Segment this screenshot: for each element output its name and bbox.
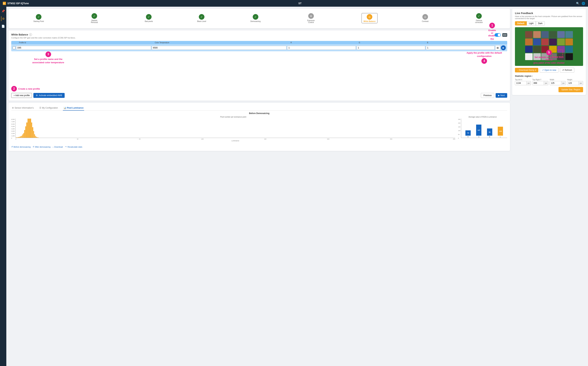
avg-chart-section: Average value of RGB & Luminance 2552001… [458,116,507,144]
stat-height-input[interactable] [567,81,579,85]
step-bad-pixels[interactable]: ✓ Bad pixels [145,14,153,22]
profile-container: 3 Set a profile name and the associated … [11,41,507,51]
avg-bar-r-bar: 70 [465,130,471,136]
live-feedback-title: Live Feedback [515,12,583,15]
avg-bar-b: 96 B [487,129,492,138]
open-in-new-button[interactable]: ↗ Open in new [540,68,558,73]
tab-pixel-luminance[interactable]: 📊 Pixel Luminance [63,106,84,111]
search-icon[interactable]: 🔍 [576,2,580,5]
steps-container: ✓ Starting Point ✓ Statistic Removal ✓ B… [11,12,507,25]
after-demosaicing-btn[interactable]: ↺ After demosaicing [33,145,50,148]
tab-light[interactable]: Light [527,21,536,25]
stat-top-right-y-input[interactable] [533,81,544,85]
app-title-area: S STM32 ISP IQTune [3,2,29,5]
wb-toggle[interactable] [495,33,501,37]
charts-card: ⚙ Sensor information's ☰ My Configuratio… [8,103,510,151]
sidebar-doc-icon[interactable]: 📄 [1,24,6,29]
before-demosaicing-btn[interactable]: ↺ Before demosaicing [11,145,30,148]
annotation-1-bubble: 1 [489,23,495,28]
profile-table-header: Profile Id Color Temperature R G B [11,41,507,44]
recalculate-stats-btn[interactable]: 〜 Recalculate stats [65,145,82,148]
profile-play-btn[interactable]: ▶ [501,45,506,50]
stat-width-unit: px [561,81,566,85]
stat-height-label: Height [567,79,583,81]
step-icon-contrast: ◎ [422,14,428,20]
wb-settings-icon[interactable] [502,33,507,37]
b-input[interactable] [426,46,495,50]
step-white-balance[interactable]: ◎ White Balance [361,13,378,23]
r-input[interactable] [287,46,356,50]
avg-bars-container: 70 R 147 G [461,119,507,138]
tab-dark[interactable]: Dark [536,21,545,25]
activate-awb-button[interactable]: ⚙ Activate embedded AWB [33,93,64,98]
x-axis-label: Luminance [15,140,455,142]
histogram-title: Pixel number per luminance point [11,116,455,118]
step-icon-starting-point: ✓ [36,14,41,20]
sidebar-pin-icon[interactable]: 📌 [1,9,6,14]
profile-grid-btn[interactable]: ⊞ [495,45,500,50]
my-config-icon: ☰ [39,107,41,109]
update-stat-region-button[interactable]: Update Stat. Region [558,87,583,92]
step-black-level[interactable]: ✓ Black Level [197,14,206,22]
tab-default[interactable]: Default [515,21,527,25]
stat-width-wrap: px [550,81,566,85]
step-label-black-level: Black Level [197,20,206,22]
stat-top-left-x-input[interactable] [515,81,526,85]
avg-bar-r-value: 70 [467,132,469,134]
g-input[interactable] [357,46,425,50]
step-contrast[interactable]: ◎ Contrast [422,14,429,22]
stat-top-right-y-wrap: px [532,81,548,85]
stat-width-input[interactable] [550,81,561,85]
annotation-4-bubble: 4 [481,58,487,64]
avg-bar-g-bar: 147 [476,125,481,136]
cc-cell-4 [557,31,565,38]
step-statistic-removal[interactable]: ✓ Statistic Removal [88,13,100,23]
avg-bar-b-value: 96 [489,131,491,133]
step-label-exposure-control: Exposure Control [305,20,317,23]
previous-button[interactable]: Previous [481,93,494,98]
step-icon-black-level: ✓ [199,14,204,20]
sidebar-sliders-icon[interactable]: ⚙ [1,16,5,21]
stat-height-wrap: px [567,81,583,85]
step-exposure-control[interactable]: ⊕ Exposure Control [305,13,317,23]
avg-bar-g: 147 G [476,125,481,138]
color-temp-input[interactable] [152,46,287,50]
tab-sensor-info[interactable]: ⚙ Sensor information's [11,106,34,111]
step-starting-point[interactable]: ✓ Starting Point [33,14,44,22]
svg-rect-4 [503,34,507,35]
stat-top-left-x-wrap: px [515,81,531,85]
step-gamma-correction[interactable]: ✓ Gamma correction [473,13,485,23]
download-chart-label: Download [54,146,63,148]
topbar-actions: 🔍 🌐 [576,2,585,5]
sti-logo: ST [298,1,307,5]
charts-area: Pixel number per luminance point 8,0007,… [11,116,507,144]
next-button[interactable]: ▶ Next [496,93,507,98]
step-label-demosaicing: Demosaicing [250,20,261,22]
wb-info-icon[interactable]: i [29,33,32,36]
stat-height-unit: px [579,81,583,85]
camera-preview: 5 Set statistic area on the third neutra… [515,27,583,66]
stat-top-left-x: Top left X px [515,79,531,85]
download-dump-button[interactable]: ↓ Download Dump ▾ [515,68,538,72]
stat-top-right-y: Top Right Y px [532,79,548,85]
cc-cell-17 [565,46,573,53]
add-new-profile-button[interactable]: + Add new profile [11,93,32,98]
download-chart-btn[interactable]: ↓ Download [52,145,63,148]
step-label-statistic-removal: Statistic Removal [88,20,100,23]
profile-checkbox[interactable] [13,46,15,49]
globe-icon[interactable]: 🌐 [582,2,585,5]
white-balance-card: White Balance i 1 Enable or disable the … [8,30,510,101]
download-dump-label: Download Dump [519,69,535,71]
cc-cell-2 [541,31,549,38]
tab-my-config[interactable]: ☰ My Configuration [39,106,59,111]
g-col-header: G [359,42,426,44]
svg-text:S: S [3,2,5,5]
profile-id-input[interactable] [16,46,151,50]
step-demosaicing[interactable]: ✓ Demosaicing [250,14,261,22]
avg-bar-r: 70 R [465,130,471,138]
avg-bar-r-label: R [468,136,469,138]
refresh-button[interactable]: ↺ Refresh [560,68,574,73]
annotation-2-bubble: 2 [11,86,17,92]
color-temp-col-header: Color Temperature [155,42,290,44]
step-label-white-balance: White Balance [364,20,375,22]
